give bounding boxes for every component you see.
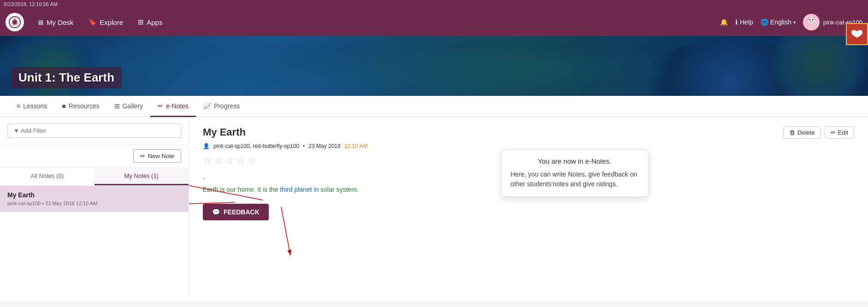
sub-nav: ≡ Lessons ■ Resources ⊞ Gallery ✏ e-Note…: [0, 96, 868, 117]
edit-icon: ✏: [831, 129, 836, 136]
globe-icon: 🌐: [761, 18, 768, 26]
edit-button[interactable]: ✏ Edit: [825, 126, 854, 139]
notes-tabs: All Notes (0) My Notes (1): [0, 168, 189, 186]
desk-icon: 🖥: [37, 18, 44, 26]
person-icon: 👤: [203, 143, 210, 149]
explore-icon: 🔖: [88, 18, 97, 26]
sidebar: ✏ New Note All Notes (0) My Notes (1) My…: [0, 117, 189, 301]
language-selector[interactable]: 🌐 English ▾: [761, 18, 796, 26]
nav-lessons[interactable]: ≡ Lessons: [9, 96, 54, 117]
nav-enotes[interactable]: ✏ e-Notes: [150, 96, 196, 117]
logo[interactable]: [6, 13, 24, 31]
separator-dot: •: [303, 143, 305, 149]
filter-input[interactable]: [7, 124, 181, 138]
svg-point-1: [13, 20, 17, 24]
apps-icon: ⊞: [138, 18, 144, 26]
note-date: 23 May 2018: [308, 143, 340, 149]
notifications-btn[interactable]: 🔔: [720, 18, 728, 26]
pencil-icon: ✏: [140, 153, 145, 159]
bell-icon: 🔔: [720, 18, 728, 26]
note-meta: 👤 pink-cat-sp100, red-butterfly-sp100 • …: [203, 143, 854, 149]
feedback-button[interactable]: 💬 FEEDBACK: [203, 204, 269, 220]
note-author: pink-cat-sp100, red-butterfly-sp100: [213, 143, 299, 149]
nav-progress[interactable]: 📈 Progress: [196, 96, 247, 117]
content-area: 🗑 Delete ✏ Edit My Earth 👤 pink-cat-sp10…: [189, 117, 868, 301]
star-4[interactable]: ☆: [236, 155, 245, 167]
progress-icon: 📈: [203, 102, 211, 110]
star-5[interactable]: ☆: [247, 155, 256, 167]
tooltip: You are now in e-Notes. Here, you can wr…: [501, 149, 649, 197]
note-title: My Earth: [203, 126, 854, 138]
lessons-icon: ≡: [17, 102, 20, 110]
tab-all-notes[interactable]: All Notes (0): [0, 168, 94, 185]
info-icon: ℹ: [735, 18, 738, 26]
svg-line-13: [281, 207, 290, 255]
nav-explore[interactable]: 🔖 Explore: [83, 15, 129, 29]
tooltip-title: You are now in e-Notes.: [511, 157, 639, 165]
star-2[interactable]: ☆: [214, 155, 223, 167]
svg-line-11: [189, 165, 263, 200]
timestamp: 5/23/2018, 12:10:56 AM: [4, 1, 58, 7]
tooltip-body: Here, you can write Notes, give feedback…: [511, 170, 639, 189]
top-bar-right: 🔔 ℹ Help 🌐 English ▾: [720, 14, 862, 30]
nav-resources[interactable]: ■ Resources: [54, 96, 106, 117]
note-item-title: My Earth: [7, 191, 181, 199]
filter-bar: [0, 117, 189, 145]
new-note-button[interactable]: ✏ New Note: [133, 149, 181, 163]
butterfly-button[interactable]: [846, 23, 868, 45]
tab-my-notes[interactable]: My Notes (1): [94, 168, 189, 185]
main-nav: 🖥 My Desk 🔖 Explore ⊞ Apps: [31, 15, 720, 29]
note-actions: 🗑 Delete ✏ Edit: [783, 126, 854, 139]
note-list-item[interactable]: My Earth pink-cat-sp100 • 23 May 2018 12…: [0, 186, 189, 212]
new-note-bar: ✏ New Note: [0, 145, 189, 168]
star-3[interactable]: ☆: [225, 155, 234, 167]
note-time: 12:10 AM: [344, 143, 368, 149]
help-btn[interactable]: ℹ Help: [735, 18, 753, 26]
chevron-down-icon: ▾: [793, 20, 796, 25]
nav-apps[interactable]: ⊞ Apps: [132, 15, 168, 29]
unit-title: Unit 1: The Earth: [11, 67, 122, 89]
comment-icon: 💬: [212, 208, 220, 216]
hero-banner: Unit 1: The Earth: [0, 36, 868, 96]
delete-button[interactable]: 🗑 Delete: [783, 126, 821, 139]
trash-icon: 🗑: [789, 129, 795, 136]
gallery-icon: ⊞: [114, 102, 120, 110]
star-1[interactable]: ☆: [203, 155, 212, 167]
note-item-meta: pink-cat-sp100 • 23 May 2018 12:10 AM: [7, 201, 181, 206]
resources-icon: ■: [62, 102, 65, 110]
nav-gallery[interactable]: ⊞ Gallery: [107, 96, 150, 117]
top-bar: 🖥 My Desk 🔖 Explore ⊞ Apps 🔔 ℹ Help 🌐 En…: [0, 8, 868, 36]
main-content: ✏ New Note All Notes (0) My Notes (1) My…: [0, 117, 868, 301]
enotes-icon: ✏: [158, 102, 163, 110]
nav-my-desk[interactable]: 🖥 My Desk: [31, 16, 79, 29]
svg-point-7: [812, 19, 813, 21]
avatar: [803, 14, 820, 30]
svg-point-6: [809, 19, 810, 21]
